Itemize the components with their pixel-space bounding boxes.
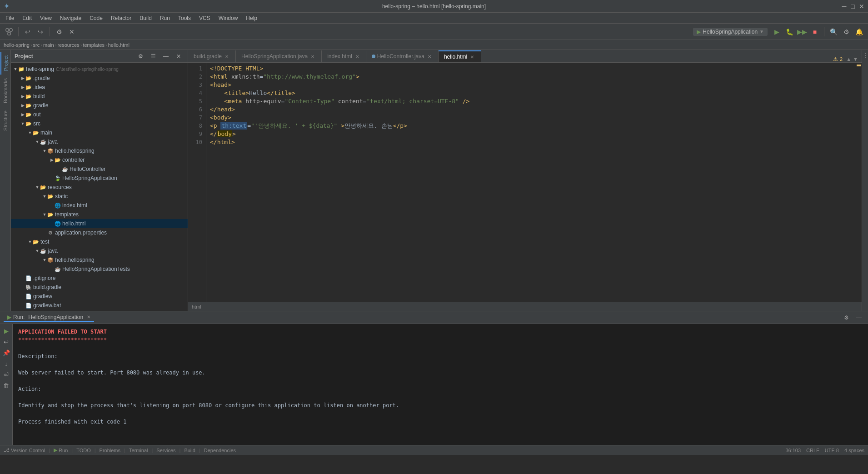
menu-file[interactable]: File <box>2 14 18 22</box>
redo-button[interactable]: ↪ <box>35 26 46 37</box>
search-everywhere-button[interactable]: 🔍 <box>828 26 839 37</box>
close-toolbar-button[interactable]: ✕ <box>66 26 77 37</box>
code-editor[interactable]: <!DOCTYPE HTML> <html xmlns:th="http://w… <box>206 63 856 302</box>
indent-info[interactable]: 4 spaces <box>844 448 864 453</box>
tree-item-test[interactable]: ▼ 📂 test <box>11 237 188 246</box>
breadcrumb-project[interactable]: hello-spring <box>4 42 30 48</box>
tab-close-hello-html[interactable]: ✕ <box>469 54 475 60</box>
run-panel-minimize[interactable]: — <box>853 312 864 323</box>
tab-HelloSpringApplication[interactable]: HelloSpringApplication.java ✕ <box>236 50 322 62</box>
breadcrumb-main[interactable]: main <box>43 42 54 48</box>
tab-close-spring-app[interactable]: ✕ <box>309 53 316 60</box>
project-tab[interactable]: Project <box>0 52 10 75</box>
tree-item-application-properties[interactable]: ▶ ⚙ application.properties <box>11 228 188 237</box>
menu-run[interactable]: Run <box>156 14 174 22</box>
terminal-status[interactable]: Terminal <box>129 448 148 453</box>
menu-vcs[interactable]: VCS <box>195 14 214 22</box>
tree-item-HelloSpringApplication[interactable]: ▶ 🍃 HelloSpringApplication <box>11 174 188 183</box>
tree-item-gradle[interactable]: ▶ 📂 gradle <box>11 101 188 110</box>
maximize-button[interactable]: □ <box>850 3 856 9</box>
pin-button[interactable]: 📌 <box>1 348 11 358</box>
vcs-status[interactable]: ⎇ Version Control <box>4 447 45 453</box>
clear-output-button[interactable]: 🗑 <box>1 380 11 390</box>
project-gear-button[interactable]: ⚙ <box>135 51 146 62</box>
dependencies-status[interactable]: Dependencies <box>204 448 236 453</box>
project-layout-button[interactable]: ☰ <box>148 51 159 62</box>
breadcrumb-src[interactable]: src <box>33 42 40 48</box>
minimize-button[interactable]: ─ <box>841 3 847 9</box>
run-again-button[interactable]: ▶ <box>1 326 11 336</box>
project-structure-button[interactable] <box>4 26 15 37</box>
menu-view[interactable]: View <box>36 14 55 22</box>
tree-item-hello-html[interactable]: ▶ 🌐 hello.html <box>11 219 188 228</box>
settings-main-button[interactable]: ⚙ <box>841 26 852 37</box>
tree-item-tests[interactable]: ▶ ☕ HelloSpringApplicationTests <box>11 264 188 274</box>
run-panel-settings[interactable]: ⚙ <box>841 312 852 323</box>
todo-status[interactable]: TODO <box>76 448 91 453</box>
run-tab-close[interactable]: ✕ <box>87 314 90 319</box>
breadcrumb-templates[interactable]: templates <box>83 42 105 48</box>
run-button[interactable]: ▶ <box>771 26 782 37</box>
encoding[interactable]: UTF-8 <box>825 448 839 453</box>
tree-item-resources[interactable]: ▼ 📂 resources <box>11 183 188 192</box>
tree-item-gradle-hidden[interactable]: ▶ 📂 .gradle <box>11 74 188 83</box>
run-config-selector[interactable]: ▶ HelloSpringApplication ▼ <box>693 28 768 36</box>
tab-close-controller[interactable]: ✕ <box>426 53 433 60</box>
menu-build[interactable]: Build <box>136 14 155 22</box>
run-with-coverage-button[interactable]: ▶▶ <box>797 26 808 37</box>
tab-close-index[interactable]: ✕ <box>354 53 360 60</box>
settings-button[interactable]: ⚙ <box>54 26 65 37</box>
tab-close-build-gradle[interactable]: ✕ <box>224 53 230 60</box>
tree-item-idea[interactable]: ▶ 📂 .idea <box>11 83 188 92</box>
structure-tab[interactable]: Structure <box>1 107 10 135</box>
tree-item-package[interactable]: ▼ 📦 hello.hellospring <box>11 146 188 155</box>
project-collapse-button[interactable]: — <box>160 51 171 62</box>
tree-item-out[interactable]: ▶ 📂 out <box>11 110 188 119</box>
up-arrow[interactable]: ▲ <box>846 56 851 62</box>
tree-item-gitignore[interactable]: ▶ 📄 .gitignore <box>11 274 188 283</box>
soft-wrap-button[interactable]: ⏎ <box>1 369 11 379</box>
breadcrumb-resources[interactable]: resources <box>57 42 79 48</box>
tree-item-test-java[interactable]: ▼ ☕ java <box>11 246 188 255</box>
tree-item-help-md[interactable]: ▶ 📝 HELP.md <box>11 310 188 311</box>
breadcrumb-file[interactable]: hello.html <box>108 42 130 48</box>
project-close-button[interactable]: ✕ <box>173 51 184 62</box>
tree-item-build-gradle[interactable]: ▶ 🐘 build.gradle <box>11 283 188 292</box>
tree-item-java[interactable]: ▼ ☕ java <box>11 137 188 146</box>
down-arrow[interactable]: ▼ <box>853 56 858 62</box>
run-tab[interactable]: ▶ Run: HelloSpringApplication ✕ <box>4 313 94 322</box>
menu-edit[interactable]: Edit <box>19 14 35 22</box>
tab-build-gradle[interactable]: build.gradle ✕ <box>188 50 236 62</box>
debug-button[interactable]: 🐛 <box>784 26 795 37</box>
tree-item-src[interactable]: ▼ 📂 src <box>11 119 188 128</box>
tab-hello-html[interactable]: hello.html ✕ <box>439 50 481 62</box>
tab-HelloController[interactable]: HelloController.java ✕ <box>366 50 439 62</box>
cursor-position[interactable]: 36:103 <box>785 448 801 453</box>
run-status[interactable]: ▶ Run <box>54 447 68 453</box>
tree-item-HelloController[interactable]: ▶ ☕ HelloController <box>11 165 188 174</box>
menu-refactor[interactable]: Refactor <box>107 14 135 22</box>
tree-item-static[interactable]: ▼ 📂 static <box>11 192 188 201</box>
tree-item-test-package[interactable]: ▼ 📦 hello.hellospring <box>11 255 188 264</box>
tree-item-controller-folder[interactable]: ▶ 📂 controller <box>11 155 188 165</box>
tree-item-build[interactable]: ▶ 📂 build <box>11 92 188 101</box>
menu-tools[interactable]: Tools <box>175 14 195 22</box>
close-button[interactable]: ✕ <box>858 3 864 9</box>
bookmarks-tab[interactable]: Bookmarks <box>1 75 10 107</box>
tree-item-gradlew-bat[interactable]: ▶ 📄 gradlew.bat <box>11 301 188 310</box>
scroll-end-button[interactable]: ↓ <box>1 359 11 369</box>
rerun-button[interactable]: ↩ <box>1 337 11 347</box>
tab-index-html[interactable]: index.html ✕ <box>322 50 366 62</box>
tree-item-gradlew[interactable]: ▶ 📄 gradlew <box>11 292 188 301</box>
menu-window[interactable]: Window <box>215 14 242 22</box>
notifications-button[interactable]: 🔔 <box>853 26 864 37</box>
line-separator[interactable]: CRLF <box>806 448 819 453</box>
tree-item-index-html[interactable]: ▶ 🌐 index.html <box>11 201 188 210</box>
menu-help[interactable]: Help <box>242 14 261 22</box>
tree-item-main[interactable]: ▼ 📂 main <box>11 128 188 137</box>
build-status[interactable]: Build <box>184 448 195 453</box>
right-sidebar-btn[interactable]: ⋮ <box>862 52 868 59</box>
tree-item-templates[interactable]: ▼ 📂 templates <box>11 210 188 219</box>
menu-navigate[interactable]: Navigate <box>56 14 85 22</box>
services-status[interactable]: Services <box>156 448 175 453</box>
